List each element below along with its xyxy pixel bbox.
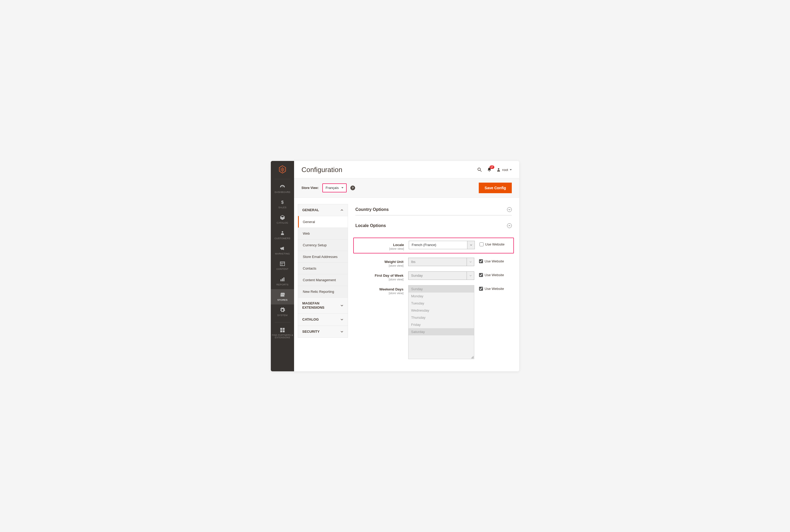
user-menu[interactable]: root <box>497 168 512 172</box>
weekend-option: Thursday <box>408 314 474 321</box>
config-group-general[interactable]: GENERAL <box>298 204 348 216</box>
chevron-down-icon <box>510 169 512 170</box>
search-button[interactable] <box>477 167 482 172</box>
save-config-button[interactable]: Save Config <box>479 183 512 193</box>
config-group-security[interactable]: SECURITY <box>298 326 348 338</box>
nav-customers[interactable]: CUSTOMERS <box>271 228 294 243</box>
admin-sidebar: DASHBOARD $ SALES CATALOG CUSTOMERS MARK… <box>271 161 294 371</box>
chevron-down-icon <box>340 318 344 321</box>
nav-marketing[interactable]: MARKETING <box>271 243 294 258</box>
locale-select[interactable]: French (France) <box>409 241 475 249</box>
nav-label: DASHBOARD <box>271 191 294 193</box>
layout-icon <box>280 261 285 267</box>
megaphone-icon <box>280 246 285 251</box>
first-day-select: Sunday <box>408 271 474 280</box>
nav-label: SYSTEM <box>271 314 294 317</box>
config-group-label: MAGEFAN EXTENSIONS <box>302 301 340 310</box>
scope-label: Store View: <box>302 186 319 190</box>
chevron-down-icon <box>340 304 344 307</box>
nav-content[interactable]: CONTENT <box>271 258 294 273</box>
nav-stores[interactable]: STORES <box>271 289 294 304</box>
nav-label: STORES <box>271 299 294 301</box>
nav-label: REPORTS <box>271 283 294 286</box>
store-view-select[interactable]: Français <box>322 184 347 192</box>
nav-label: CUSTOMERS <box>271 237 294 240</box>
help-icon[interactable]: ? <box>350 186 355 190</box>
nav-label: CONTENT <box>271 268 294 270</box>
svg-rect-8 <box>280 328 282 329</box>
svg-text:$: $ <box>281 200 284 204</box>
store-view-value: Français <box>326 186 339 190</box>
notifications-button[interactable]: 17 <box>487 167 492 172</box>
config-group-label: CATALOG <box>302 318 319 322</box>
header-actions: 17 root <box>477 167 512 172</box>
weekend-option: Friday <box>408 321 474 328</box>
locale-section-body: Locale [store view] French (France) <box>355 231 512 359</box>
weight-use-website-checkbox[interactable] <box>479 259 483 263</box>
nav-sales[interactable]: $ SALES <box>271 197 294 212</box>
weight-unit-value: lbs <box>408 258 467 266</box>
blocks-icon <box>280 327 285 333</box>
config-item-content-mgmt[interactable]: Content Management <box>298 274 348 286</box>
field-scope-note: [store view] <box>355 291 403 295</box>
weight-use-website[interactable]: Use Website <box>479 258 504 263</box>
use-website-label: Use Website <box>485 287 504 291</box>
config-sidebar: GENERAL General Web Currency Setup Store… <box>298 204 348 338</box>
firstday-use-website-checkbox[interactable] <box>479 273 483 277</box>
chevron-down-icon <box>467 272 474 280</box>
nav-label: MARKETING <box>271 252 294 255</box>
field-label-weekend: Weekend Days <box>379 287 403 291</box>
first-day-value: Sunday <box>408 272 467 280</box>
locale-use-website-checkbox[interactable] <box>480 242 483 246</box>
chevron-up-icon <box>340 209 344 212</box>
locale-value: French (France) <box>409 241 467 249</box>
field-scope-note: [store view] <box>355 264 403 267</box>
config-item-newrelic[interactable]: New Relic Reporting <box>298 286 348 297</box>
svg-point-12 <box>478 168 480 170</box>
box-icon <box>280 214 285 221</box>
config-group-label: SECURITY <box>302 329 320 334</box>
svg-rect-7 <box>284 277 285 281</box>
weekend-use-website[interactable]: Use Website <box>479 285 504 291</box>
config-group-magefan[interactable]: MAGEFAN EXTENSIONS <box>298 297 348 314</box>
page-title: Configuration <box>302 166 342 174</box>
field-label-firstday: First Day of Week <box>375 273 403 278</box>
page-header: Configuration 17 root <box>294 161 519 178</box>
weekend-option: Saturday <box>408 328 474 335</box>
collapse-icon <box>507 223 512 228</box>
weekend-days-multiselect: Sunday Monday Tuesday Wednesday Thursday… <box>408 285 474 359</box>
scope-bar: Store View: Français ? Save Config <box>294 178 519 198</box>
config-item-currency[interactable]: Currency Setup <box>298 239 348 251</box>
svg-point-1 <box>282 231 283 232</box>
weekend-option: Wednesday <box>408 307 474 314</box>
config-group-catalog[interactable]: CATALOG <box>298 314 348 325</box>
config-item-general[interactable]: General <box>298 216 348 228</box>
nav-reports[interactable]: REPORTS <box>271 274 294 289</box>
storefront-icon <box>280 292 285 298</box>
nav-dashboard[interactable]: DASHBOARD <box>271 181 294 197</box>
svg-rect-5 <box>281 279 282 281</box>
config-item-web[interactable]: Web <box>298 228 348 239</box>
nav-partners[interactable]: FIND PARTNERS & EXTENSIONS <box>271 325 294 343</box>
firstday-use-website[interactable]: Use Website <box>479 271 504 277</box>
weekend-use-website-checkbox[interactable] <box>479 287 483 291</box>
chevron-down-icon <box>341 187 344 188</box>
nav-system[interactable]: SYSTEM <box>271 304 294 320</box>
notification-badge: 17 <box>489 166 494 169</box>
dollar-icon: $ <box>280 199 285 205</box>
gauge-icon <box>280 184 285 190</box>
svg-rect-2 <box>280 262 285 266</box>
locale-use-website[interactable]: Use Website <box>480 241 504 246</box>
use-website-label: Use Website <box>485 242 504 246</box>
weekend-option: Monday <box>408 292 474 300</box>
magento-logo[interactable] <box>278 165 287 174</box>
config-item-store-email[interactable]: Store Email Addresses <box>298 251 348 262</box>
app-window: DASHBOARD $ SALES CATALOG CUSTOMERS MARK… <box>271 161 519 371</box>
section-locale-options[interactable]: Locale Options <box>355 220 512 231</box>
config-group-label: GENERAL <box>302 208 319 212</box>
nav-catalog[interactable]: CATALOG <box>271 212 294 227</box>
chevron-down-icon <box>467 258 474 266</box>
section-country-options[interactable]: Country Options <box>355 204 512 215</box>
gear-icon <box>280 307 285 313</box>
config-item-contacts[interactable]: Contacts <box>298 262 348 274</box>
